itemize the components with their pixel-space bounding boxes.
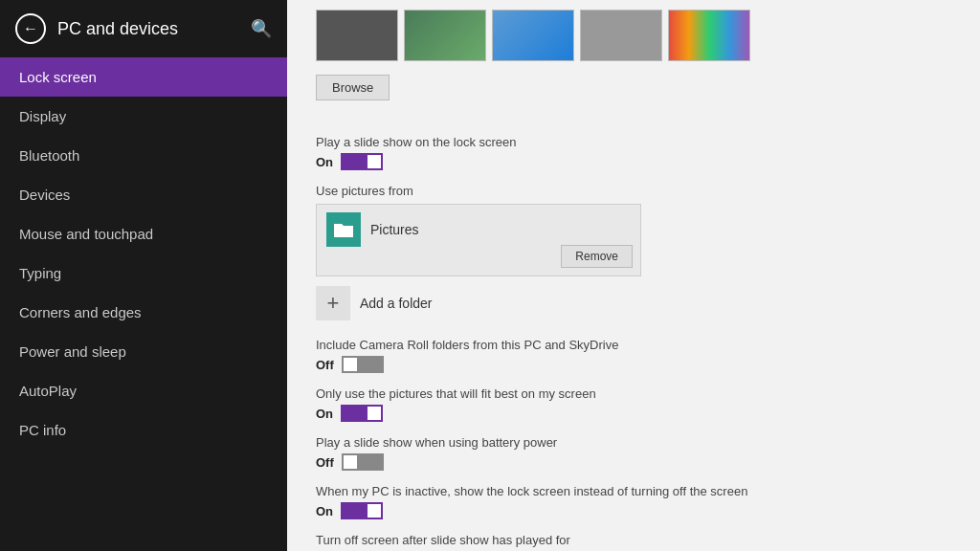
sidebar-title: PC and devices — [57, 19, 178, 39]
sidebar-item-pc-info[interactable]: PC info — [0, 410, 287, 450]
inactive-state-text: On — [316, 504, 333, 518]
browse-button[interactable]: Browse — [316, 75, 390, 100]
camera-roll-toggle-thumb — [344, 358, 357, 371]
slide-show-toggle-thumb — [368, 155, 381, 168]
slide-show-value: On — [316, 153, 951, 170]
sidebar-item-mouse-and-touchpad[interactable]: Mouse and touchpad — [0, 214, 287, 253]
sidebar-item-corners-and-edges[interactable]: Corners and edges — [0, 293, 287, 332]
sidebar-item-bluetooth[interactable]: Bluetooth — [0, 136, 287, 175]
pictures-item: Pictures — [326, 212, 631, 247]
sidebar: ← PC and devices 🔍 Lock screen Display B… — [0, 0, 287, 551]
sidebar-item-display[interactable]: Display — [0, 97, 287, 136]
camera-roll-value: Off — [316, 356, 951, 373]
camera-roll-toggle[interactable] — [342, 356, 384, 373]
fit-best-toggle[interactable] — [341, 405, 383, 422]
pictures-box: Pictures Remove — [316, 204, 641, 276]
slide-show-toggle[interactable] — [341, 153, 383, 170]
thumbnail-2[interactable] — [404, 10, 486, 61]
main-content: Browse Play a slide show on the lock scr… — [287, 0, 980, 551]
thumbnail-3[interactable] — [492, 10, 574, 61]
fit-best-toggle-thumb — [368, 407, 381, 420]
add-folder-icon: + — [316, 286, 350, 320]
fit-best-state-text: On — [316, 407, 333, 421]
camera-roll-label: Include Camera Roll folders from this PC… — [316, 338, 951, 352]
battery-setting: Play a slide show when using battery pow… — [316, 435, 951, 471]
camera-roll-setting: Include Camera Roll folders from this PC… — [316, 338, 951, 373]
slide-show-state-text: On — [316, 155, 333, 169]
thumbnail-5[interactable] — [668, 10, 750, 61]
pictures-folder-icon — [326, 212, 361, 247]
turn-off-section: Turn off screen after slide show has pla… — [316, 533, 951, 551]
sidebar-header: ← PC and devices 🔍 — [0, 0, 287, 57]
camera-roll-state-text: Off — [316, 358, 334, 372]
back-button[interactable]: ← — [15, 13, 46, 44]
fit-best-label: Only use the pictures that will fit best… — [316, 386, 951, 401]
sidebar-item-power-and-sleep[interactable]: Power and sleep — [0, 332, 287, 371]
inactive-setting: When my PC is inactive, show the lock sc… — [316, 484, 951, 519]
sidebar-item-typing[interactable]: Typing — [0, 253, 287, 293]
battery-toggle-thumb — [344, 455, 357, 469]
pictures-folder-name: Pictures — [370, 222, 419, 237]
nav-list: Lock screen Display Bluetooth Devices Mo… — [0, 57, 287, 450]
inactive-toggle[interactable] — [341, 502, 383, 519]
add-folder-label: Add a folder — [360, 296, 433, 311]
fit-best-value: On — [316, 405, 951, 422]
sidebar-item-lock-screen[interactable]: Lock screen — [0, 57, 287, 97]
add-folder-row[interactable]: + Add a folder — [316, 286, 951, 320]
use-pictures-section: Use pictures from Pictures Remove + Add … — [316, 184, 951, 320]
inactive-toggle-thumb — [368, 504, 381, 518]
remove-button[interactable]: Remove — [561, 245, 633, 268]
inactive-label: When my PC is inactive, show the lock sc… — [316, 484, 951, 498]
sidebar-item-autoplay[interactable]: AutoPlay — [0, 371, 287, 410]
inactive-value: On — [316, 502, 951, 519]
use-pictures-label: Use pictures from — [316, 184, 951, 198]
battery-state-text: Off — [316, 455, 334, 470]
fit-best-setting: Only use the pictures that will fit best… — [316, 386, 951, 422]
battery-toggle[interactable] — [342, 453, 384, 471]
thumbnail-4[interactable] — [580, 10, 662, 61]
sidebar-item-devices[interactable]: Devices — [0, 175, 287, 214]
turn-off-label: Turn off screen after slide show has pla… — [316, 533, 951, 547]
battery-label: Play a slide show when using battery pow… — [316, 435, 951, 450]
battery-value: Off — [316, 453, 951, 471]
slide-show-setting: Play a slide show on the lock screen On — [316, 135, 951, 170]
thumbnails-row — [316, 10, 951, 61]
thumbnail-1[interactable] — [316, 10, 398, 61]
search-button[interactable]: 🔍 — [251, 18, 272, 39]
slide-show-label: Play a slide show on the lock screen — [316, 135, 951, 149]
